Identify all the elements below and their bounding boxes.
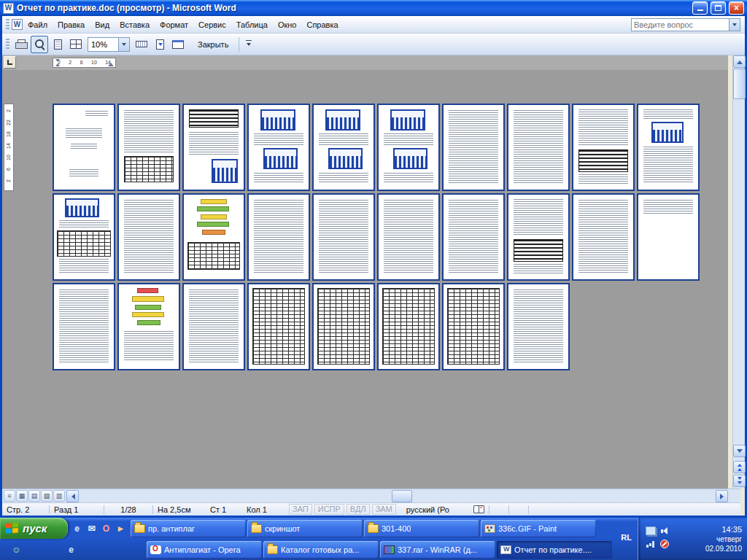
page-thumbnail-21[interactable]	[53, 283, 115, 370]
menu-tools[interactable]: Сервис	[193, 17, 231, 33]
page-thumbnail-18[interactable]	[507, 193, 570, 281]
full-screen-button[interactable]	[169, 36, 187, 53]
scroll-left-button[interactable]	[66, 490, 79, 502]
vertical-scrollbar[interactable]	[732, 55, 745, 489]
page-thumbnail-27[interactable]	[442, 283, 505, 370]
scroll-right-button[interactable]	[716, 490, 728, 502]
maximize-button[interactable]	[711, 1, 726, 15]
magnifier-button[interactable]	[31, 36, 48, 53]
status-toggle[interactable]: ИСПР	[314, 504, 344, 515]
page-thumbnail-9[interactable]	[572, 104, 635, 191]
zoom-combobox[interactable]: 10%	[88, 37, 130, 52]
taskbar-button[interactable]: Антиплагиат - Opera	[147, 541, 262, 559]
horizontal-scrollbar-track[interactable]	[80, 490, 716, 502]
taskbar-button[interactable]: 337.rar - WinRAR (д...	[380, 541, 495, 559]
network-icon[interactable]	[646, 526, 656, 535]
page-thumbnail-19[interactable]	[572, 193, 635, 281]
taskbar-button[interactable]: 301-400	[364, 520, 479, 537]
menu-format[interactable]: Формат	[155, 17, 193, 33]
one-page-button[interactable]	[49, 36, 66, 53]
page-thumbnail-24[interactable]	[247, 283, 310, 370]
menu-insert[interactable]: Вставка	[115, 17, 155, 33]
view-ruler-button[interactable]	[133, 36, 150, 53]
toolbar-grip[interactable]	[6, 39, 9, 50]
chevron-down-icon[interactable]	[118, 38, 129, 51]
internet-explorer-icon[interactable]: e	[65, 543, 77, 556]
page-thumbnail-3[interactable]	[182, 104, 245, 191]
messenger-icon[interactable]: ☺	[10, 543, 23, 556]
horizontal-scrollbar-thumb[interactable]	[392, 490, 412, 502]
outlook-express-icon[interactable]: ✉	[85, 522, 98, 534]
close-preview-button[interactable]: Закрыть	[190, 37, 236, 52]
outline-view-button[interactable]: ▧	[41, 490, 53, 502]
taskbar-button[interactable]: Отчет по практике....	[497, 541, 612, 559]
spellcheck-book-icon[interactable]	[473, 505, 484, 513]
status-toggle[interactable]: ЗАП	[289, 504, 312, 515]
page-thumbnail-25[interactable]	[312, 283, 375, 370]
page-thumbnail-16[interactable]	[377, 193, 440, 281]
page-thumbnail-13[interactable]	[182, 193, 245, 281]
page-thumbnail-14[interactable]	[247, 193, 310, 281]
page-thumbnail-28[interactable]	[507, 283, 570, 370]
menubar-grip[interactable]	[6, 19, 9, 31]
status-toggle[interactable]: ВДЛ	[347, 504, 370, 515]
taskbar-button[interactable]: скриншот	[247, 520, 363, 537]
page-thumbnail-12[interactable]	[117, 193, 180, 281]
document-icon[interactable]	[12, 19, 23, 30]
taskbar-button[interactable]: пр. антиплаг	[131, 520, 246, 537]
tab-selector[interactable]	[4, 56, 16, 69]
previous-page-button[interactable]	[733, 461, 746, 473]
print-layout-view-button[interactable]: ▤	[28, 490, 40, 502]
page-thumbnail-5[interactable]	[312, 104, 375, 191]
scroll-up-button[interactable]	[733, 55, 746, 68]
chevron-down-icon[interactable]	[729, 19, 740, 31]
menu-window[interactable]: Окно	[273, 17, 302, 33]
status-language[interactable]: русский (Ро	[402, 503, 469, 516]
start-button[interactable]: пуск	[0, 518, 68, 539]
question-box[interactable]	[631, 18, 740, 31]
minimize-button[interactable]	[692, 1, 708, 15]
question-input[interactable]	[632, 20, 729, 29]
menu-view[interactable]: Вид	[90, 17, 115, 33]
antivirus-icon[interactable]	[660, 540, 669, 548]
page-thumbnail-15[interactable]	[312, 193, 375, 281]
print-button[interactable]	[12, 36, 30, 53]
vertical-scrollbar-thumb[interactable]	[733, 69, 746, 99]
page-thumbnail-4[interactable]	[247, 104, 310, 191]
page-thumbnail-8[interactable]	[507, 104, 570, 191]
close-button[interactable]	[729, 1, 744, 15]
page-thumbnail-7[interactable]	[442, 104, 505, 191]
page-thumbnail-11[interactable]	[53, 193, 115, 281]
page-thumbnail-1[interactable]	[53, 104, 115, 191]
normal-view-button[interactable]: ≡	[4, 490, 15, 502]
menu-help[interactable]: Справка	[301, 17, 343, 33]
wireless-icon[interactable]	[646, 540, 656, 548]
status-toggle[interactable]: ЗАМ	[372, 504, 396, 515]
page-thumbnail-2[interactable]	[117, 104, 180, 191]
media-player-icon[interactable]: ►	[115, 522, 127, 534]
menu-file[interactable]: Файл	[23, 17, 53, 33]
opera-icon[interactable]: O	[100, 522, 112, 534]
next-page-button[interactable]	[733, 475, 746, 487]
multiple-pages-button[interactable]	[67, 36, 85, 53]
shrink-to-fit-button[interactable]	[151, 36, 169, 53]
page-thumbnail-22[interactable]	[117, 283, 180, 370]
toolbar-options-button[interactable]	[244, 35, 254, 54]
page-thumbnail-10[interactable]	[637, 104, 700, 191]
scroll-down-button[interactable]	[733, 445, 746, 457]
right-indent-marker-icon[interactable]	[108, 60, 114, 66]
indent-marker-icon[interactable]	[55, 59, 61, 66]
page-thumbnail-26[interactable]	[377, 283, 440, 370]
page-thumbnail-17[interactable]	[442, 193, 505, 281]
menu-edit[interactable]: Правка	[53, 17, 90, 33]
web-layout-view-button[interactable]: ▦	[16, 490, 28, 502]
tray-clock[interactable]: 14:35 четверг 02.09.2010	[705, 525, 742, 553]
volume-icon[interactable]	[660, 526, 670, 535]
internet-explorer-icon[interactable]: e	[71, 522, 83, 534]
taskbar-button[interactable]: Каталог готовых ра...	[263, 541, 379, 559]
menu-table[interactable]: Таблица	[231, 17, 273, 33]
page-thumbnail-20[interactable]	[637, 193, 700, 281]
page-thumbnail-23[interactable]	[182, 283, 245, 370]
reading-layout-view-button[interactable]: ▥	[53, 490, 65, 502]
page-thumbnail-6[interactable]	[377, 104, 440, 191]
